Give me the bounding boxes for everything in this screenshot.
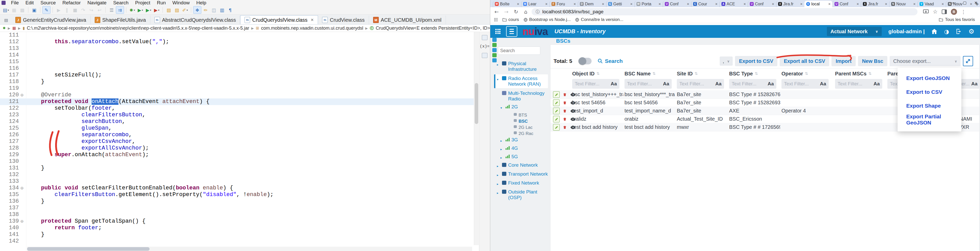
match-case-icon[interactable]: Aa xyxy=(873,81,880,86)
sidebar-item-3g[interactable]: ▸3G xyxy=(501,137,548,144)
bookmark-star-icon[interactable]: ☆ xyxy=(933,9,938,15)
browser-tab-14[interactable]: XJira.fr✕ xyxy=(861,1,889,7)
browser-tab-3[interactable]: FForu✕ xyxy=(549,1,578,7)
browser-tab-4[interactable]: DDem✕ xyxy=(578,1,606,7)
match-case-icon[interactable]: Aa xyxy=(611,81,617,86)
terminate-icon[interactable]: ■ xyxy=(71,6,79,14)
new-bsc-button[interactable]: New Bsc xyxy=(858,56,887,66)
smart-insert-icon[interactable]: ✎ xyxy=(42,6,51,14)
close-icon[interactable]: ✕ xyxy=(602,2,605,6)
profile-avatar[interactable]: B xyxy=(951,9,957,15)
sidebar-item-5g[interactable]: ▸5G xyxy=(501,154,548,160)
sort-icon[interactable]: ⇅ xyxy=(652,71,655,76)
restore-icon[interactable]: ▢ xyxy=(963,0,966,5)
menu-item-navigate[interactable]: Navigate xyxy=(84,0,110,6)
delete-icon[interactable] xyxy=(562,108,568,114)
coverage-icon[interactable]: ▶▾ xyxy=(145,6,152,14)
step-over-icon[interactable]: ↪ xyxy=(88,6,95,14)
strip-layers-icon[interactable] xyxy=(492,38,496,42)
match-case-icon[interactable]: Aa xyxy=(715,81,721,86)
breadcrumb-type[interactable]: CrudQuerydslView<E extends PersistentEnt… xyxy=(375,26,490,31)
debug-icon[interactable]: ✹▾ xyxy=(128,6,136,14)
close-icon[interactable]: ✕ xyxy=(885,2,887,6)
sidebar-item-4g[interactable]: ▸4G xyxy=(501,145,548,152)
menu-item-search[interactable]: Search xyxy=(110,0,132,6)
column-header-operator[interactable]: Operator⇅ xyxy=(781,70,808,77)
strip-chart-icon[interactable] xyxy=(492,53,496,57)
match-case-icon[interactable]: Aa xyxy=(971,81,977,86)
browser-tab-6[interactable]: WPorta✕ xyxy=(635,1,663,7)
browser-tab-5[interactable]: GGetti✕ xyxy=(606,1,635,7)
save-all-icon[interactable]: ▩ xyxy=(18,6,26,14)
column-filter-input[interactable]: Text Filter...Aa xyxy=(729,79,776,89)
back-icon[interactable]: ← xyxy=(493,9,501,15)
sort-icon[interactable]: ⇅ xyxy=(694,71,698,76)
code-editor[interactable]: (x)= 111112 this.separatorcombo.setValue… xyxy=(0,32,490,251)
column-header-bsc-type[interactable]: BSC Type⇅ xyxy=(729,70,758,77)
tab-bscs[interactable]: BSCs xyxy=(556,38,570,44)
strip-map-icon[interactable] xyxy=(492,43,496,47)
close-icon[interactable]: ✕ xyxy=(974,0,977,5)
sidebar-item-outside-plant-osp-[interactable]: ▸Outside Plant (OSP) xyxy=(497,189,548,200)
save-icon[interactable]: ▦ xyxy=(10,6,18,14)
column-filter-input[interactable]: Text Filter...Aa xyxy=(625,79,672,89)
browser-tab-10[interactable]: UConf✕ xyxy=(748,1,776,7)
close-icon[interactable]: ✕ xyxy=(913,2,916,6)
sidebar-item-radio-access-network-ran-[interactable]: ▾Radio Access Network (RAN) xyxy=(494,74,548,88)
separator-combo[interactable]: ,∨ xyxy=(720,56,733,66)
browser-tab-13[interactable]: UConf✕ xyxy=(832,1,861,7)
menu-item-refactor[interactable]: Refactor xyxy=(59,0,84,6)
menu-item-run[interactable]: Run xyxy=(154,0,169,6)
browser-tab-9[interactable]: AACE✕ xyxy=(719,1,748,7)
search-pencil-icon[interactable]: ✏ xyxy=(202,6,210,14)
omnibox[interactable]: ⓘ localhost:6083/inv/bsc_page xyxy=(531,8,918,15)
suspend-icon[interactable]: ‖ xyxy=(63,6,71,14)
contrast-icon[interactable]: ◑ xyxy=(944,28,949,35)
editor-tab-3[interactable]: 01AbstractCrudQuerydslView.class xyxy=(150,16,240,24)
match-case-icon[interactable]: Aa xyxy=(768,81,774,86)
new-wizard-icon[interactable]: ▤▾ xyxy=(2,6,10,14)
close-icon[interactable]: ✕ xyxy=(800,2,803,6)
send-to-device-icon[interactable] xyxy=(923,10,929,14)
column-filter-input[interactable]: Text Filter...Aa xyxy=(677,79,724,89)
browser-tab-2[interactable]: MLear✕ xyxy=(521,1,549,7)
profile-icon[interactable]: ▶▾ xyxy=(153,6,161,14)
browser-tab-11[interactable]: XJira.fr✕ xyxy=(776,1,804,7)
editor-vertical-scrollbar[interactable] xyxy=(474,32,479,245)
edit-icon[interactable] xyxy=(553,91,560,98)
resume-icon[interactable]: ▶ xyxy=(55,6,62,14)
console-icon[interactable]: ▣ xyxy=(30,6,38,14)
settings-gear-icon[interactable]: ⚙ xyxy=(969,27,974,35)
choose-export-select[interactable]: Choose export...∨ xyxy=(890,56,961,66)
delete-icon[interactable] xyxy=(562,124,568,130)
bookmark-item[interactable]: Bootstrap vs Node.j... xyxy=(524,17,571,22)
editor-tab-2[interactable]: JShapeFileUtils.java xyxy=(91,16,150,24)
close-icon[interactable]: ✕ xyxy=(630,2,633,6)
close-icon[interactable]: ✕ xyxy=(942,2,944,6)
outline-icon[interactable]: ▥ xyxy=(218,6,226,14)
close-icon[interactable]: ✕ xyxy=(310,18,314,22)
sidebar-item-fixed-network[interactable]: ▸Fixed Network xyxy=(497,180,548,187)
pilcrow-icon[interactable]: ¶ xyxy=(226,6,234,14)
menu-item-export-partial-geojson[interactable]: Export Partial GeoJSON xyxy=(897,113,961,126)
breadcrumb-jar-path[interactable]: C:\.m2\archiva-local-repository\com\mobi… xyxy=(27,26,249,31)
close-icon[interactable]: ✕ xyxy=(856,2,859,6)
fold-marker-icon[interactable]: ⊖ xyxy=(21,185,24,192)
logout-icon[interactable] xyxy=(956,29,962,34)
open-resource-icon[interactable]: ▧ xyxy=(173,6,181,14)
close-icon[interactable]: ✕ xyxy=(517,2,519,6)
sort-icon[interactable]: ⇅ xyxy=(755,71,758,76)
strip-table-icon[interactable] xyxy=(492,48,496,52)
strip-tools-icon[interactable] xyxy=(492,58,496,62)
browser-tab-12[interactable]: Olocal✕ xyxy=(804,1,832,7)
restore-view-icon[interactable] xyxy=(482,35,487,40)
edit-icon[interactable] xyxy=(553,116,560,122)
sidebar-item-bsc[interactable]: BSC xyxy=(509,118,548,124)
sidebar-item-core-network[interactable]: ▸Core Network xyxy=(497,162,548,169)
column-filter-input[interactable]: Text Filter...Aa xyxy=(781,79,829,89)
toggle-view-icon[interactable]: ◫ xyxy=(210,6,218,14)
close-icon[interactable]: ✕ xyxy=(743,2,746,6)
minimize-icon[interactable]: — xyxy=(951,0,955,5)
editor-horizontal-scrollbar[interactable] xyxy=(27,247,472,251)
close-icon[interactable]: ✕ xyxy=(687,2,689,6)
